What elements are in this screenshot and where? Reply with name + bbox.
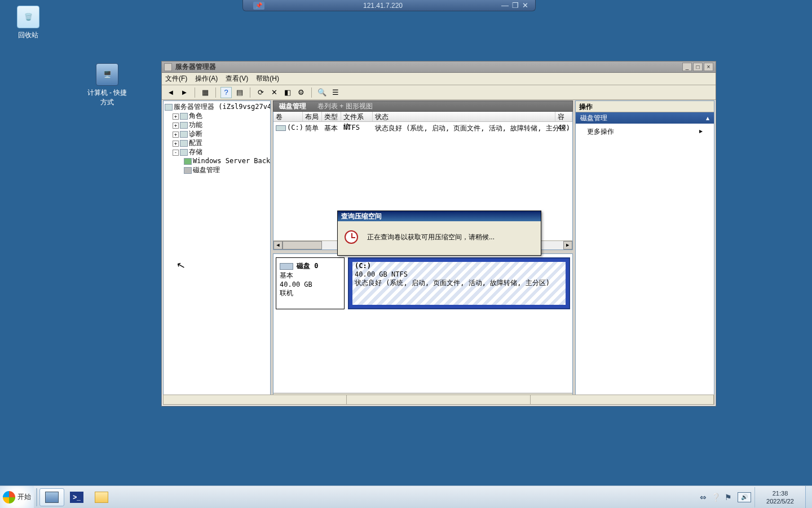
expand-icon[interactable]: + [173, 141, 179, 147]
disk-icon [184, 167, 192, 174]
partition-text: (C:) 40.00 GB NTFS 状态良好 (系统, 启动, 页面文件, 活… [355, 262, 550, 287]
tray-time: 21:38 [756, 489, 804, 497]
tray-language-button[interactable]: 🔊 [738, 492, 751, 502]
tray-clock[interactable]: 21:38 2022/5/22 [754, 487, 805, 507]
server-manager-icon [45, 492, 59, 503]
tray-date: 2022/5/22 [756, 497, 804, 505]
disk-label-0[interactable]: 磁盘 0 基本 40.00 GB 联机 [276, 257, 345, 309]
actions-section-disk-management[interactable]: 磁盘管理 ▴ [576, 112, 714, 124]
window-minimize-button[interactable]: _ [682, 63, 692, 71]
volume-list-header[interactable]: 卷 布局 类型 文件系统 状态 容 [273, 112, 572, 122]
status-bar [163, 395, 714, 405]
col-layout[interactable]: 布局 [303, 112, 322, 121]
partition-c[interactable]: (C:) 40.00 GB NTFS 状态良好 (系统, 启动, 页面文件, 活… [348, 257, 570, 309]
toolbar-back-button[interactable]: ◄ [165, 87, 176, 98]
config-icon [180, 140, 188, 147]
window-title: 服务器管理器 [175, 62, 682, 72]
tree-roles[interactable]: +角色 [165, 111, 269, 120]
powershell-icon: >_ [70, 492, 83, 503]
collapse-arrow-icon: ▴ [706, 114, 709, 122]
toolbar-show-hide-button[interactable]: ▦ [200, 87, 211, 98]
disk-graphical-view: 磁盘 0 基本 40.00 GB 联机 (C:) 40.00 GB NTFS 状… [273, 253, 573, 405]
disk-row-0[interactable]: 磁盘 0 基本 40.00 GB 联机 (C:) 40.00 GB NTFS 状… [276, 257, 570, 309]
disk-management-header: 磁盘管理 卷列表 + 图形视图 [273, 100, 573, 112]
drive-icon [276, 125, 286, 131]
window-title-icon [164, 63, 172, 71]
tree-storage[interactable]: -存储 [165, 147, 269, 156]
features-icon [180, 122, 188, 129]
rdp-minimize-icon[interactable]: — [501, 1, 509, 10]
desktop-recycle-bin[interactable]: 🗑️ 回收站 [8, 6, 48, 40]
window-titlebar[interactable]: 服务器管理器 _ □ × [162, 62, 716, 73]
tree-root[interactable]: 服务器管理器 (iZsl9vsg27v4jh [165, 102, 269, 111]
taskbar-powershell[interactable]: >_ [64, 488, 89, 506]
start-label: 开始 [17, 492, 31, 502]
rdp-title: 121.41.7.220 [264, 2, 501, 10]
tree-windows-server-backup[interactable]: Windows Server Backup [165, 156, 269, 165]
menu-view[interactable]: 查看(V) [226, 74, 248, 84]
tree-diagnostics[interactable]: +诊断 [165, 129, 269, 138]
rdp-restore-icon[interactable]: ❐ [512, 1, 519, 10]
window-close-button[interactable]: × [704, 63, 713, 71]
tray-network-icon[interactable]: ⇔ [697, 493, 709, 502]
toolbar-list-button[interactable]: ☰ [330, 87, 341, 98]
expand-icon[interactable]: + [173, 132, 179, 138]
toolbar-delete-button[interactable]: ✕ [268, 87, 280, 98]
col-capacity[interactable]: 容 [555, 112, 572, 121]
tray-action-center-icon[interactable]: ⚑ [722, 493, 734, 502]
taskbar: 开始 >_ ⇔ ❔ ⚑ 🔊 21:38 2022/5/22 [0, 485, 812, 508]
toolbar-find-button[interactable]: 🔍 [316, 87, 328, 98]
scroll-thumb[interactable] [283, 241, 322, 249]
show-desktop-button[interactable] [805, 486, 812, 509]
expand-icon[interactable]: + [173, 113, 179, 120]
menu-action[interactable]: 操作(A) [195, 74, 218, 84]
diagnostics-icon [180, 131, 188, 138]
dialog-title[interactable]: 查询压缩空间 [338, 211, 541, 221]
toolbar-refresh-button[interactable]: ⟳ [255, 87, 266, 98]
volume-row-c[interactable]: (C:) 简单 基本 NTFS 状态良好 (系统, 启动, 页面文件, 活动, … [273, 122, 572, 134]
tree-pane: 服务器管理器 (iZsl9vsg27v4jh +角色 +功能 +诊断 +配置 -… [163, 100, 271, 405]
dm-header-title: 磁盘管理 [273, 102, 312, 111]
toolbar-help-button[interactable]: ? [220, 87, 232, 98]
explorer-icon [95, 492, 108, 503]
rdp-close-icon[interactable]: ✕ [522, 1, 528, 10]
menu-help[interactable]: 帮助(H) [256, 74, 279, 84]
taskbar-explorer[interactable] [89, 488, 114, 506]
window-maximize-button[interactable]: □ [693, 63, 703, 71]
toolbar-properties-button[interactable]: ▤ [234, 87, 245, 98]
tree-config[interactable]: +配置 [165, 138, 269, 147]
tree-disk-management[interactable]: 磁盘管理 [165, 165, 269, 174]
col-filesystem[interactable]: 文件系统 [341, 112, 373, 121]
taskbar-separator [36, 488, 37, 506]
query-shrink-dialog: 查询压缩空间 正在查询卷以获取可用压缩空间，请稍候... [337, 211, 541, 256]
recycle-bin-icon: 🗑️ [17, 6, 39, 28]
actions-more[interactable]: 更多操作 ▸ [576, 124, 714, 140]
desktop-recycle-label: 回收站 [8, 30, 48, 40]
col-volume[interactable]: 卷 [273, 112, 303, 121]
computer-icon: 🖥️ [96, 63, 118, 86]
dialog-message: 正在查询卷以获取可用压缩空间，请稍候... [367, 233, 495, 242]
expand-icon[interactable]: + [173, 122, 179, 129]
start-button[interactable]: 开始 [0, 486, 34, 509]
desktop-computer-shortcut[interactable]: 🖥️ 计算机 - 快捷方式 [87, 63, 127, 107]
server-icon [165, 104, 173, 111]
col-status[interactable]: 状态 [373, 112, 555, 121]
rdp-pin-icon[interactable]: 📌 [253, 2, 264, 10]
taskbar-server-manager[interactable] [39, 488, 64, 506]
storage-icon [180, 149, 188, 156]
toolbar-disk-button[interactable]: ◧ [282, 87, 293, 98]
scroll-right-button[interactable]: ► [563, 241, 572, 249]
rdp-connection-bar[interactable]: 📌 121.41.7.220 — ❐ ✕ [242, 0, 536, 11]
desktop-computer-label: 计算机 - 快捷方式 [87, 88, 127, 107]
collapse-icon[interactable]: - [173, 150, 179, 156]
tray-help-icon[interactable]: ❔ [709, 493, 722, 502]
actions-header: 操作 [576, 101, 714, 112]
system-tray: ⇔ ❔ ⚑ 🔊 21:38 2022/5/22 [697, 486, 812, 508]
col-type[interactable]: 类型 [322, 112, 341, 121]
wait-clock-icon [345, 230, 358, 244]
menu-file[interactable]: 文件(F) [165, 74, 187, 84]
toolbar-forward-button[interactable]: ► [179, 87, 190, 98]
tree-features[interactable]: +功能 [165, 120, 269, 129]
scroll-left-button[interactable]: ◄ [273, 241, 283, 249]
toolbar-settings-button[interactable]: ⚙ [295, 87, 307, 98]
